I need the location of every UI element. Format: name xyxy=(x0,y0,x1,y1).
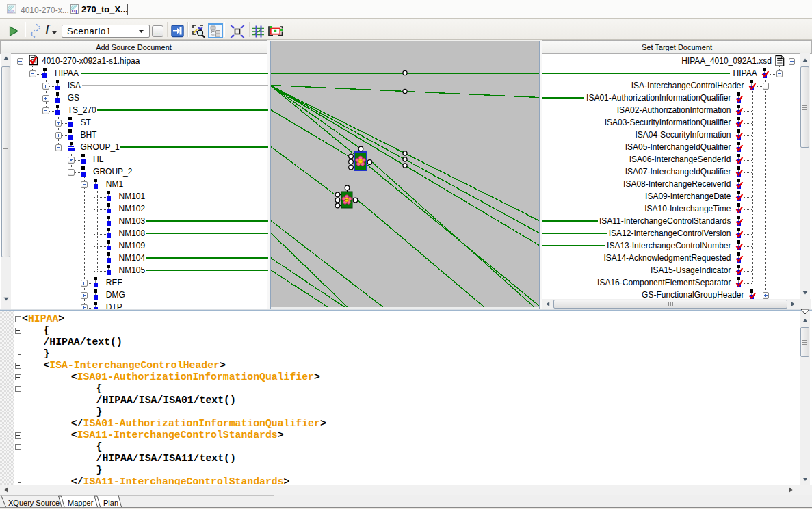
svg-text:JAVA: JAVA xyxy=(8,10,16,14)
svg-text:xq: xq xyxy=(71,8,77,14)
